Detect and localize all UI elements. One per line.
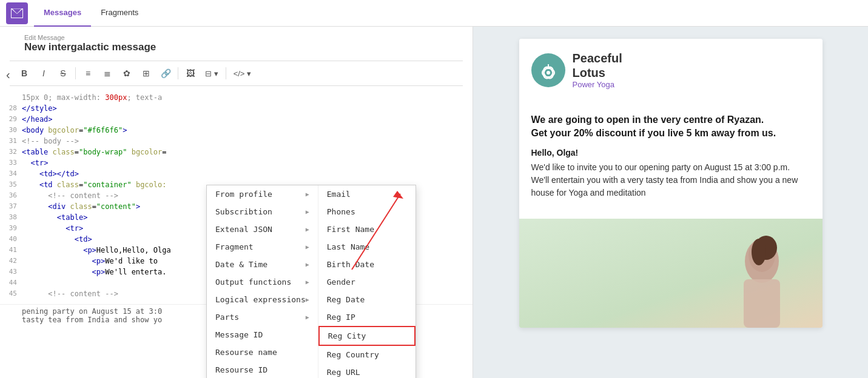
menu-col-2: Email Phones First Name Last Name Birth … [318, 185, 415, 378]
preview-body: We are going to open in the very centre … [519, 101, 823, 219]
menu-email[interactable]: Email [318, 185, 415, 203]
menu-output-functions[interactable]: Output functions ▶ [207, 273, 318, 291]
menu-reg-city[interactable]: Reg City [318, 326, 415, 346]
divider-3 [226, 67, 226, 79]
breadcrumb: Edit Message New intergalactic message [0, 27, 473, 56]
menu-col-1: From profile ▶ Subscribtion ▶ Extenal JS… [207, 185, 318, 378]
tab-fragments[interactable]: Fragments [91, 0, 148, 27]
brand-name: PeacefulLotus [573, 51, 622, 80]
page-title: New intergalactic message [24, 41, 463, 53]
menu-gender[interactable]: Gender [318, 273, 415, 291]
editor-toolbar: B I S ≡ ≣ ✿ ⊞ 🔗 🖼 ⊟ ▾ </> ▾ [10, 61, 463, 86]
preview-panel: PeacefulLotus Power Yoga We are going to… [473, 27, 868, 378]
menu-resourse-id[interactable]: Resourse ID [207, 361, 318, 378]
preview-card: PeacefulLotus Power Yoga We are going to… [519, 39, 823, 328]
bold-button[interactable]: B [16, 65, 33, 82]
menu-from-profile[interactable]: From profile ▶ [207, 185, 318, 203]
menu-phones[interactable]: Phones [318, 203, 415, 220]
table-dropdown[interactable]: ⊟ ▾ [201, 68, 222, 79]
menu-resourse-name[interactable]: Resourse name [207, 343, 318, 361]
divider-1 [75, 67, 76, 79]
menu-reg-country[interactable]: Reg Country [318, 346, 415, 363]
mail-icon [6, 2, 28, 24]
list-button[interactable]: ≣ [99, 65, 116, 82]
back-button[interactable]: ‹ [6, 68, 10, 82]
menu-parts[interactable]: Parts ▶ [207, 308, 318, 326]
align-button[interactable]: ≡ [79, 65, 96, 82]
menu-reg-url[interactable]: Reg URL [318, 363, 415, 378]
svg-point-12 [752, 239, 766, 265]
preview-image [519, 219, 823, 328]
menu-message-id[interactable]: Message ID [207, 326, 318, 343]
menu-fragment[interactable]: Fragment ▶ [207, 238, 318, 256]
table-button[interactable]: ⊞ [138, 65, 155, 82]
brand-info: PeacefulLotus Power Yoga [573, 51, 622, 89]
italic-button[interactable]: I [35, 65, 52, 82]
svg-rect-9 [744, 279, 780, 328]
preview-headline: We are going to open in the very centre … [531, 113, 810, 141]
menu-birth-date[interactable]: Birth Date [318, 256, 415, 273]
code-dropdown[interactable]: </> ▾ [230, 68, 255, 79]
breadcrumb-parent: Edit Message [24, 34, 463, 41]
menu-date-time[interactable]: Date & Time ▶ [207, 256, 318, 273]
tab-messages[interactable]: Messages [34, 0, 91, 27]
svg-point-5 [547, 71, 550, 75]
menu-subscribtion[interactable]: Subscribtion ▶ [207, 203, 318, 220]
brand-logo [531, 53, 565, 87]
image-button[interactable]: ✿ [118, 65, 135, 82]
menu-reg-ip[interactable]: Reg IP [318, 308, 415, 326]
menu-external-json[interactable]: Extenal JSON ▶ [207, 220, 318, 238]
brand-subtitle: Power Yoga [573, 80, 622, 89]
insert-image-button[interactable]: 🖼 [182, 65, 199, 82]
menu-last-name[interactable]: Last Name [318, 238, 415, 256]
insert-menu: From profile ▶ Subscribtion ▶ Extenal JS… [206, 185, 416, 378]
divider-2 [178, 67, 178, 79]
preview-greeting: Hello, Olga! [531, 148, 810, 158]
link-button[interactable]: 🔗 [157, 65, 174, 82]
strikethrough-button[interactable]: S [55, 65, 72, 82]
preview-header: PeacefulLotus Power Yoga [519, 39, 823, 101]
top-navigation: Messages Fragments [0, 0, 868, 27]
menu-reg-date[interactable]: Reg Date [318, 291, 415, 308]
preview-text: We'd like to invite you to our opening p… [531, 161, 810, 199]
menu-first-name[interactable]: First Name [318, 220, 415, 238]
menu-logical-expressions[interactable]: Logical expressions ▶ [207, 291, 318, 308]
